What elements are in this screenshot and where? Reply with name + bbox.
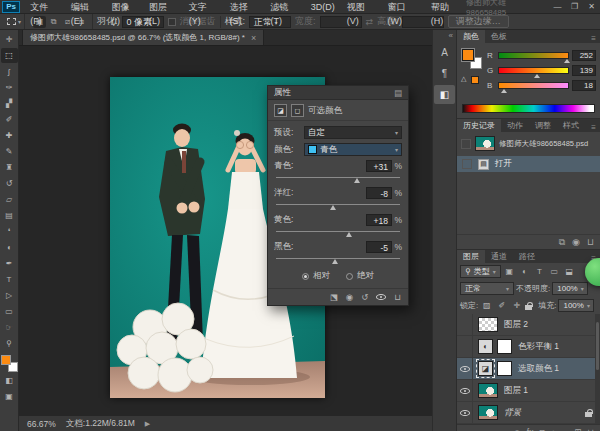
layer-thumbnail[interactable]: [478, 383, 498, 398]
panel-menu-icon[interactable]: ≡: [591, 34, 600, 43]
green-value-input[interactable]: 139: [572, 65, 596, 76]
visibility-toggle[interactable]: [457, 358, 473, 379]
color-spectrum-ramp[interactable]: [462, 104, 595, 113]
color-select[interactable]: 青色▾: [304, 143, 402, 156]
relative-radio[interactable]: 相对: [302, 270, 330, 282]
menu-item[interactable]: 选择(S): [224, 0, 265, 14]
yellow-value-input[interactable]: +18: [366, 214, 392, 226]
delete-adjustment-icon[interactable]: ⊔: [394, 292, 401, 302]
type-tool[interactable]: T: [1, 272, 18, 287]
clone-stamp-tool[interactable]: ♜: [1, 160, 18, 175]
brush-tool[interactable]: ✎: [1, 144, 18, 159]
minimize-button[interactable]: —: [549, 1, 566, 13]
layer-name[interactable]: 图层 2: [504, 319, 528, 331]
blend-mode-select[interactable]: 正常▾: [460, 282, 514, 295]
filter-type-select[interactable]: ⚲类型▾: [460, 265, 501, 278]
tab-swatches[interactable]: 色板: [485, 30, 513, 43]
panel-menu-icon[interactable]: ▤: [394, 88, 402, 98]
path-selection-tool[interactable]: ▷: [1, 288, 18, 303]
clip-to-layer-icon[interactable]: ⬔: [330, 292, 338, 302]
menu-item[interactable]: 窗口(W): [382, 0, 425, 14]
lock-paint-icon[interactable]: ✐: [495, 299, 508, 312]
layer-row[interactable]: ◐ 色彩平衡 1: [457, 336, 600, 358]
menu-item[interactable]: 文件(F): [24, 0, 64, 14]
visibility-toggle[interactable]: [457, 314, 473, 335]
add-selection-button[interactable]: ⧉: [47, 16, 60, 28]
preset-select[interactable]: 自定▾: [304, 126, 402, 139]
tab-channels[interactable]: 通道: [485, 250, 513, 263]
slider-thumb[interactable]: [346, 232, 352, 237]
menu-item[interactable]: 视图(V): [341, 0, 382, 14]
mask-icon[interactable]: ◻: [291, 104, 304, 117]
new-adjustment-icon[interactable]: ◐: [551, 427, 556, 431]
menu-item[interactable]: 帮助(H): [425, 0, 466, 14]
foreground-color-swatch[interactable]: [1, 355, 11, 365]
selective-color-icon[interactable]: ◪: [478, 361, 493, 376]
magenta-slider[interactable]: [276, 204, 400, 205]
gradient-tool[interactable]: ▤: [1, 208, 18, 223]
tab-paths[interactable]: 路径: [513, 250, 541, 263]
layers-scrollbar[interactable]: [595, 314, 600, 424]
restore-button[interactable]: ❐: [566, 1, 583, 13]
menu-item[interactable]: 编辑(E): [65, 0, 106, 14]
quick-mask-button[interactable]: ◧: [1, 373, 18, 388]
menu-item[interactable]: 3D(D): [305, 0, 341, 14]
antialias-checkbox[interactable]: [168, 18, 176, 26]
menu-item[interactable]: 文字(Y): [183, 0, 224, 14]
quick-selection-tool[interactable]: ✑: [1, 80, 18, 95]
filter-type-icon[interactable]: T: [533, 265, 546, 278]
layer-name[interactable]: 背景: [504, 407, 521, 419]
dodge-tool[interactable]: ◖: [1, 240, 18, 255]
document-tab[interactable]: 修图师大雄986658485.psd @ 66.7% (选取颜色 1, RGB/…: [22, 29, 264, 45]
cyan-value-input[interactable]: +31: [366, 160, 392, 172]
slider-thumb[interactable]: [354, 178, 360, 183]
visibility-toggle[interactable]: [457, 402, 473, 423]
layer-row-background[interactable]: 背景: [457, 402, 600, 424]
delete-state-icon[interactable]: ⊔: [587, 237, 594, 247]
collapse-panels-icon[interactable]: «: [433, 30, 456, 41]
tab-styles[interactable]: 样式: [557, 119, 585, 132]
new-snapshot-icon[interactable]: ◉: [572, 237, 580, 247]
foreground-color-swatch[interactable]: [462, 49, 474, 61]
history-source-box[interactable]: [462, 159, 472, 169]
properties-panel-button[interactable]: ◧: [434, 85, 455, 104]
lock-all-icon[interactable]: [525, 302, 533, 310]
move-tool[interactable]: ✛: [1, 32, 18, 47]
rect-marquee-tool[interactable]: ⬚: [1, 48, 18, 63]
layer-thumbnail[interactable]: [478, 405, 498, 420]
history-entry-open[interactable]: ▤ 打开: [457, 156, 600, 172]
lock-transparent-icon[interactable]: ▨: [480, 299, 493, 312]
add-mask-icon[interactable]: ◙: [539, 427, 544, 431]
blur-tool[interactable]: ❛: [1, 224, 18, 239]
eraser-tool[interactable]: ▱: [1, 192, 18, 207]
blue-slider[interactable]: [498, 82, 569, 89]
close-button[interactable]: ✕: [583, 1, 600, 13]
screen-mode-button[interactable]: ▣: [1, 389, 18, 404]
snapshot-row[interactable]: 修图师大雄986658485.psd: [457, 132, 600, 153]
green-slider[interactable]: [498, 67, 569, 74]
layer-name[interactable]: 色彩平衡 1: [518, 341, 559, 353]
pen-tool[interactable]: ✒: [1, 256, 18, 271]
eyedropper-tool[interactable]: ✐: [1, 112, 18, 127]
magenta-value-input[interactable]: -8: [366, 187, 392, 199]
layer-name[interactable]: 图层 1: [504, 385, 528, 397]
reset-icon[interactable]: ↺: [361, 292, 368, 302]
black-slider[interactable]: [276, 258, 400, 259]
opacity-input[interactable]: 100%▾: [552, 282, 588, 295]
new-layer-icon[interactable]: ⊞: [574, 427, 581, 431]
status-options-arrow[interactable]: ▶: [145, 420, 150, 428]
layer-thumbnail[interactable]: [478, 317, 498, 332]
zoom-tool[interactable]: ⚲: [1, 336, 18, 351]
blue-value-input[interactable]: 18: [572, 80, 596, 91]
absolute-radio[interactable]: 绝对: [346, 270, 374, 282]
layer-mask-thumbnail[interactable]: [497, 339, 512, 354]
lasso-tool[interactable]: ʃ: [1, 64, 18, 79]
menu-item[interactable]: 图像(I): [105, 0, 142, 14]
link-layers-icon[interactable]: ⚭: [514, 427, 521, 431]
view-previous-state-icon[interactable]: ◉: [346, 292, 353, 302]
black-value-input[interactable]: -5: [366, 241, 392, 253]
link-dimensions-icon[interactable]: ⇄: [366, 17, 374, 27]
layer-name[interactable]: 选取颜色 1: [518, 363, 559, 375]
filter-pixel-icon[interactable]: ▣: [503, 265, 516, 278]
tab-adjustments[interactable]: 调整: [529, 119, 557, 132]
